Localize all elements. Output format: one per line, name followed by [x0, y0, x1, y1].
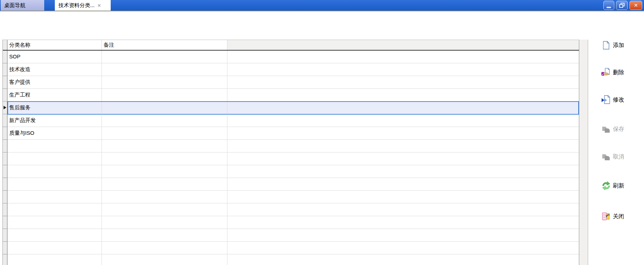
- table-row-empty[interactable]: [3, 203, 579, 216]
- save-button[interactable]: 保存: [601, 123, 643, 135]
- restore-button[interactable]: [616, 1, 628, 10]
- table-row[interactable]: 质量与ISO: [3, 127, 579, 140]
- cell-note[interactable]: [102, 165, 227, 178]
- cancel-button[interactable]: 取消: [601, 151, 643, 163]
- cell-filler[interactable]: [227, 254, 579, 265]
- cell-note[interactable]: [102, 127, 227, 140]
- table-row-empty[interactable]: [3, 254, 579, 265]
- save-icon: [601, 124, 611, 134]
- cell-filler[interactable]: [227, 242, 579, 254]
- row-indicator-cell: [3, 127, 7, 140]
- cell-note[interactable]: [102, 229, 227, 242]
- tab-tech-doc-category-label: 技术资料分类...: [58, 2, 95, 9]
- cancel-button-label: 取消: [613, 153, 624, 161]
- table-row[interactable]: SOP: [3, 51, 579, 63]
- table-body: SOP技术改造客户提供生产工程售后服务新产品开发质量与ISO: [3, 51, 579, 265]
- cell-category-name[interactable]: [7, 254, 102, 265]
- table-row[interactable]: 新产品开发: [3, 114, 579, 127]
- cell-category-name[interactable]: SOP: [7, 51, 102, 63]
- cell-category-name[interactable]: [7, 242, 102, 254]
- add-button[interactable]: 添加: [601, 39, 643, 51]
- cell-note[interactable]: [102, 152, 227, 165]
- cell-category-name[interactable]: [7, 152, 102, 165]
- table-row[interactable]: 生产工程: [3, 89, 579, 102]
- table-row-empty[interactable]: [3, 242, 579, 254]
- cell-category-name[interactable]: 客户提供: [7, 76, 102, 89]
- cell-filler[interactable]: [227, 63, 579, 76]
- cell-category-name[interactable]: 新产品开发: [7, 114, 102, 127]
- modify-button[interactable]: 修改: [601, 94, 643, 106]
- table-row[interactable]: 客户提供: [3, 76, 579, 89]
- table-row-empty[interactable]: [3, 216, 579, 229]
- cell-note[interactable]: [102, 203, 227, 216]
- cell-filler[interactable]: [227, 127, 579, 140]
- column-header-filler: [227, 40, 579, 50]
- modify-button-label: 修改: [613, 96, 624, 104]
- cell-category-name[interactable]: 技术改造: [7, 63, 102, 76]
- cell-filler[interactable]: [227, 89, 579, 102]
- table-row-empty[interactable]: [3, 165, 579, 178]
- cell-filler[interactable]: [227, 178, 579, 191]
- cell-note[interactable]: [102, 89, 227, 102]
- cell-note[interactable]: [102, 63, 227, 76]
- cell-category-name[interactable]: [7, 178, 102, 191]
- column-header-note[interactable]: 备注: [102, 40, 227, 50]
- cell-filler[interactable]: [227, 76, 579, 89]
- cell-filler[interactable]: [227, 191, 579, 203]
- table-row-empty[interactable]: [3, 229, 579, 242]
- row-indicator-cell: [3, 191, 7, 203]
- row-indicator-cell: [3, 216, 7, 229]
- table-row-empty[interactable]: [3, 178, 579, 191]
- delete-button[interactable]: 删除: [601, 67, 643, 79]
- tab-tech-doc-category[interactable]: 技术资料分类... ×: [55, 0, 111, 11]
- vertical-scrollbar[interactable]: [580, 40, 588, 265]
- cell-filler[interactable]: [227, 51, 579, 63]
- cell-category-name[interactable]: 生产工程: [7, 89, 102, 102]
- cell-filler[interactable]: [227, 152, 579, 165]
- tab-desktop-navigation[interactable]: 桌面导航: [1, 0, 44, 11]
- close-button[interactable]: ✕: [630, 1, 642, 10]
- cell-filler[interactable]: [227, 229, 579, 242]
- table-row-empty[interactable]: [3, 140, 579, 152]
- close-window-button[interactable]: 关闭: [601, 211, 643, 223]
- cell-note[interactable]: [102, 76, 227, 89]
- cell-category-name[interactable]: [7, 165, 102, 178]
- cell-category-name[interactable]: 售后服务: [7, 102, 102, 114]
- row-indicator-cell: [3, 152, 7, 165]
- cell-category-name[interactable]: [7, 140, 102, 152]
- minimize-button[interactable]: [603, 1, 614, 10]
- cell-category-name[interactable]: [7, 216, 102, 229]
- save-button-label: 保存: [613, 126, 624, 133]
- tab-close-icon[interactable]: ×: [98, 2, 101, 8]
- add-document-icon: [601, 40, 611, 50]
- cell-category-name[interactable]: 质量与ISO: [7, 127, 102, 140]
- cell-category-name[interactable]: [7, 203, 102, 216]
- delete-hand-icon: [601, 68, 611, 77]
- cell-filler[interactable]: [227, 114, 579, 127]
- cell-note[interactable]: [102, 242, 227, 254]
- cell-filler[interactable]: [227, 165, 579, 178]
- cell-note[interactable]: [102, 178, 227, 191]
- cell-note[interactable]: [102, 216, 227, 229]
- cell-note[interactable]: [102, 140, 227, 152]
- cell-note[interactable]: [102, 102, 227, 114]
- column-header-category-name[interactable]: 分类名称: [7, 40, 102, 50]
- cell-note[interactable]: [102, 254, 227, 265]
- cell-filler[interactable]: [227, 203, 579, 216]
- cell-note[interactable]: [102, 51, 227, 63]
- cell-note[interactable]: [102, 114, 227, 127]
- refresh-button[interactable]: 刷新: [601, 180, 643, 192]
- cell-category-name[interactable]: [7, 229, 102, 242]
- modify-document-icon: [601, 95, 611, 105]
- table-row[interactable]: 售后服务: [3, 102, 579, 114]
- tab-desktop-navigation-label: 桌面导航: [4, 2, 25, 9]
- cell-category-name[interactable]: [7, 191, 102, 203]
- table-row-empty[interactable]: [3, 191, 579, 203]
- cell-filler[interactable]: [227, 216, 579, 229]
- cell-note[interactable]: [102, 191, 227, 203]
- cell-filler[interactable]: [227, 140, 579, 152]
- row-indicator-cell: [3, 140, 7, 152]
- cell-filler[interactable]: [227, 102, 579, 114]
- table-row[interactable]: 技术改造: [3, 63, 579, 76]
- table-row-empty[interactable]: [3, 152, 579, 165]
